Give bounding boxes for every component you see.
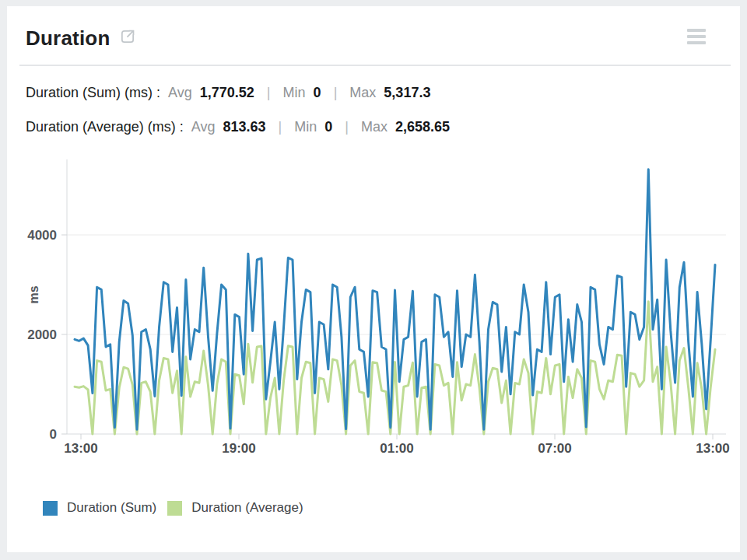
x-tick-label: 13:00: [64, 441, 97, 456]
x-tick-label: 07:00: [538, 441, 571, 456]
y-tick-label: 0: [50, 427, 57, 442]
y-tick-label: 2000: [27, 327, 57, 342]
chart-legend: Duration (Sum) Duration (Average): [43, 500, 314, 516]
legend-item-sum[interactable]: Duration (Sum): [43, 500, 156, 516]
x-tick-label: 19:00: [222, 441, 255, 456]
duration-widget-card: Duration Duration (Sum) (ms) : Avg 1,770…: [7, 6, 740, 552]
legend-swatch-average: [167, 501, 182, 516]
page-background: { "header": { "title": "Duration" }, "st…: [0, 0, 747, 560]
x-tick-label: 01:00: [380, 441, 413, 456]
legend-swatch-sum: [43, 501, 58, 516]
legend-label-average: Duration (Average): [191, 500, 303, 516]
x-tick-label: 13:00: [696, 441, 729, 456]
y-tick-label: 4000: [27, 228, 57, 243]
legend-item-average[interactable]: Duration (Average): [167, 500, 303, 516]
legend-label-sum: Duration (Sum): [67, 500, 156, 516]
y-axis-unit-label: ms: [27, 285, 40, 303]
series-line-sum[interactable]: [75, 170, 715, 430]
duration-line-chart[interactable]: 02000400013:0019:0001:0007:0013:00ms: [7, 6, 740, 552]
